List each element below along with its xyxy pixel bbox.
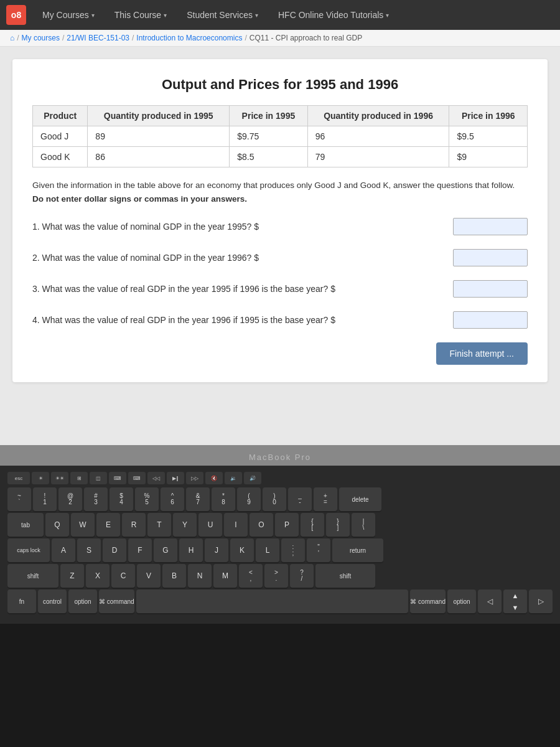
question-3-input[interactable] bbox=[453, 280, 528, 298]
question-4-input[interactable] bbox=[453, 311, 528, 329]
d-key[interactable]: D bbox=[103, 538, 126, 562]
e-key[interactable]: E bbox=[96, 513, 120, 537]
backslash-key[interactable]: |\ bbox=[352, 513, 375, 537]
breadcrumb: ⌂ / My courses / 21/WI BEC-151-03 / Intr… bbox=[0, 30, 560, 47]
semicolon-key[interactable]: :; bbox=[281, 538, 305, 562]
shift-left-key[interactable]: shift bbox=[7, 564, 58, 588]
f-key[interactable]: F bbox=[128, 538, 152, 562]
a-key[interactable]: A bbox=[52, 538, 75, 562]
o-key[interactable]: O bbox=[250, 513, 273, 537]
key-0[interactable]: )0 bbox=[263, 487, 286, 511]
tab-key[interactable]: tab bbox=[7, 513, 44, 537]
z-key[interactable]: Z bbox=[60, 564, 84, 588]
key-4[interactable]: $4 bbox=[110, 487, 133, 511]
nav-student-services[interactable]: Student Services ▾ bbox=[178, 5, 267, 25]
s-key[interactable]: S bbox=[77, 538, 101, 562]
question-4-label: 4. What was the value of real GDP in the… bbox=[32, 314, 453, 327]
period-key[interactable]: >. bbox=[264, 564, 288, 588]
arrow-left-key[interactable]: ◁ bbox=[478, 590, 502, 613]
caps-lock-key[interactable]: caps lock bbox=[7, 538, 50, 562]
t-key[interactable]: T bbox=[147, 513, 171, 537]
f10-key[interactable]: 🔇 bbox=[205, 472, 223, 484]
key-5[interactable]: %5 bbox=[135, 487, 159, 511]
key-3[interactable]: #3 bbox=[84, 487, 108, 511]
x-key[interactable]: X bbox=[86, 564, 110, 588]
y-key[interactable]: Y bbox=[173, 513, 197, 537]
command-left-key[interactable]: ⌘ command bbox=[99, 590, 134, 613]
key-6[interactable]: ^6 bbox=[161, 487, 184, 511]
b-key[interactable]: B bbox=[162, 564, 186, 588]
u-key[interactable]: U bbox=[198, 513, 222, 537]
col-header-price-1996: Price in 1996 bbox=[449, 106, 528, 126]
page-title: Output and Prices for 1995 and 1996 bbox=[32, 77, 528, 93]
f6-key[interactable]: ⌨ bbox=[128, 472, 146, 484]
nav-this-course[interactable]: This Course ▾ bbox=[106, 5, 175, 25]
key-2[interactable]: @2 bbox=[58, 487, 82, 511]
f11-key[interactable]: 🔉 bbox=[225, 472, 242, 484]
option-left-key[interactable]: option bbox=[68, 590, 97, 613]
chevron-down-icon: ▾ bbox=[386, 12, 389, 19]
w-key[interactable]: W bbox=[71, 513, 95, 537]
i-key[interactable]: I bbox=[224, 513, 248, 537]
f5-key[interactable]: ⌨ bbox=[109, 472, 126, 484]
esc-key[interactable]: esc bbox=[7, 472, 30, 484]
key-9[interactable]: (9 bbox=[237, 487, 261, 511]
q-key[interactable]: Q bbox=[45, 513, 69, 537]
l-key[interactable]: L bbox=[256, 538, 279, 562]
key-1[interactable]: !1 bbox=[33, 487, 57, 511]
backtick-key[interactable]: ~` bbox=[7, 487, 31, 511]
fn-key[interactable]: fn bbox=[7, 590, 36, 613]
r-key[interactable]: R bbox=[122, 513, 146, 537]
key-7[interactable]: &7 bbox=[186, 487, 210, 511]
bracket-open-key[interactable]: {[ bbox=[301, 513, 324, 537]
site-logo: o8 bbox=[6, 5, 26, 25]
f8-key[interactable]: ▶‖ bbox=[167, 472, 184, 484]
key-equals[interactable]: += bbox=[314, 487, 337, 511]
question-1-input[interactable] bbox=[453, 218, 528, 235]
f7-key[interactable]: ◁◁ bbox=[147, 472, 165, 484]
space-key[interactable] bbox=[136, 590, 409, 613]
bracket-close-key[interactable]: }] bbox=[326, 513, 350, 537]
nav-my-courses[interactable]: My Courses ▾ bbox=[34, 5, 103, 25]
c-key[interactable]: C bbox=[111, 564, 135, 588]
question-2-input[interactable] bbox=[453, 249, 528, 266]
f2-key[interactable]: ☀☀ bbox=[51, 472, 68, 484]
j-key[interactable]: J bbox=[205, 538, 228, 562]
p-key[interactable]: P bbox=[275, 513, 299, 537]
shift-right-key[interactable]: shift bbox=[315, 564, 375, 588]
data-table: Product Quantity produced in 1995 Price … bbox=[32, 105, 528, 167]
h-key[interactable]: H bbox=[179, 538, 203, 562]
g-key[interactable]: G bbox=[154, 538, 177, 562]
comma-key[interactable]: <, bbox=[239, 564, 263, 588]
f9-key[interactable]: ▷▷ bbox=[186, 472, 203, 484]
breadcrumb-intro-macro[interactable]: Introduction to Macroeconomics bbox=[136, 34, 242, 42]
k-key[interactable]: K bbox=[230, 538, 254, 562]
delete-key[interactable]: delete bbox=[339, 487, 381, 511]
arrow-right-key[interactable]: ▷ bbox=[529, 590, 553, 613]
f1-key[interactable]: ☀ bbox=[32, 472, 49, 484]
n-key[interactable]: N bbox=[188, 564, 212, 588]
breadcrumb-home[interactable]: ⌂ bbox=[10, 34, 14, 42]
col-header-product: Product bbox=[33, 106, 88, 126]
nav-hfc-tutorials[interactable]: HFC Online Video Tutorials ▾ bbox=[269, 5, 398, 25]
m-key[interactable]: M bbox=[213, 564, 237, 588]
arrow-down-key[interactable]: ▼ bbox=[503, 602, 527, 613]
arrow-up-key[interactable]: ▲ bbox=[503, 590, 527, 601]
key-minus[interactable]: _- bbox=[288, 487, 312, 511]
control-key[interactable]: control bbox=[38, 590, 67, 613]
option-right-key[interactable]: option bbox=[447, 590, 476, 613]
f12-key[interactable]: 🔊 bbox=[244, 472, 261, 484]
f3-key[interactable]: ⊞ bbox=[70, 472, 88, 484]
breadcrumb-course[interactable]: 21/WI BEC-151-03 bbox=[67, 34, 129, 42]
breadcrumb-my-courses[interactable]: My courses bbox=[22, 34, 60, 42]
finish-attempt-button[interactable]: Finish attempt ... bbox=[436, 342, 528, 365]
f4-key[interactable]: ◫ bbox=[90, 472, 107, 484]
command-right-key[interactable]: ⌘ command bbox=[410, 590, 446, 613]
content-card: Output and Prices for 1995 and 1996 Prod… bbox=[12, 59, 548, 382]
slash-key[interactable]: ?/ bbox=[290, 564, 314, 588]
return-key[interactable]: return bbox=[332, 538, 383, 562]
v-key[interactable]: V bbox=[137, 564, 161, 588]
arrow-up-down-key: ▲ ▼ bbox=[503, 590, 527, 613]
quote-key[interactable]: "' bbox=[307, 538, 330, 562]
key-8[interactable]: *8 bbox=[212, 487, 235, 511]
